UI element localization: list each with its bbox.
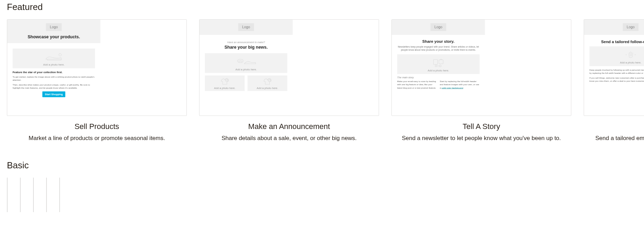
section-heading-basic: Basic [7,160,637,171]
svg-text:50%: 50% [268,79,271,81]
logo-placeholder: Logo [238,23,254,31]
photo-caption: Add a photo here. [397,69,480,72]
template-sell-products[interactable]: Logo Showcase your products. Add a photo… [7,19,187,143]
photo-caption: Add a photo here. [247,87,287,90]
svg-text:50%: 50% [225,79,228,81]
basic-template[interactable] [46,178,47,212]
basic-templates-row [7,178,637,212]
preview-text: Start by replacing the full-width header… [440,80,479,89]
preview-bold: Feature the star of your collection firs… [13,71,95,74]
svg-rect-7 [433,59,437,65]
section-heading-featured: Featured [7,2,637,12]
basic-template[interactable] [7,178,8,212]
template-desc: Send a newsletter to let people know wha… [391,134,571,143]
photo-placeholder: Add a photo here. [13,49,95,68]
preview-section-label: The main story [397,76,480,79]
link: solid color background [442,87,463,89]
svg-rect-8 [439,60,443,63]
preview-headline: Share your big news. [205,44,287,50]
logo-placeholder-block [7,193,8,207]
template-follow-up[interactable]: Logo Send a tailored follow-up email. Ad… [584,19,644,143]
cta-button: Start Shopping [42,91,65,97]
template-thumbnail: Logo Send a tailored follow-up email. Ad… [584,19,644,116]
preview-headline: Send a tailored follow-up email. [593,40,644,44]
template-title: Sell Products [7,122,187,131]
template-title: Tell A Story [391,122,571,131]
tshirt-icon: 50% [205,78,245,85]
preview-text: Then, describe what makes your product u… [13,83,95,90]
logo-placeholder: Logo [430,23,446,31]
logo-placeholder: Logo [46,23,62,31]
tshirt-icon: 50% [247,78,287,85]
preview-headline: Showcase your products. [7,34,100,39]
template-desc: Share details about a sale, event, or ot… [199,134,379,143]
preview-eyebrow: Have an announcement to make? [205,41,287,43]
notebook-bag-icon [397,58,480,68]
logo-placeholder-block [47,193,47,207]
basic-template[interactable] [20,178,21,212]
preview-headline: Share your story. [397,39,480,44]
photo-placeholder: 10% Add a photo here. [205,53,287,73]
svg-text:10%: 10% [238,60,242,62]
template-tell-a-story[interactable]: Logo Share your story. Newsletters keep … [391,19,571,143]
template-thumbnail: Logo Share your story. Newsletters keep … [391,19,571,116]
logo-placeholder-block [60,193,60,207]
svg-point-0 [59,53,61,56]
basic-template[interactable] [33,178,34,212]
svg-point-10 [439,65,441,67]
logo-placeholder-block [20,193,21,207]
wave-hand-icon [590,50,644,60]
featured-templates-row: Logo Showcase your products. Add a photo… [7,19,637,143]
logo-placeholder: Logo [623,23,638,31]
photo-placeholder: 50% Add a photo here. [205,76,245,91]
photo-caption: Add a photo here. [205,87,245,90]
photo-placeholder: Add a photo here. [397,54,480,74]
photo-caption: Add a photo here. [205,68,287,71]
photo-caption: Add a photo here. [13,63,95,66]
logo-placeholder-block [33,193,34,207]
template-thumbnail: Logo Showcase your products. Add a photo… [7,19,187,116]
template-title: Follow Up [584,122,644,131]
photo-placeholder: Add a photo here. [590,46,644,66]
template-title: Make an Announcement [199,122,379,131]
preview-text: Keep people involved by following up wit… [590,68,644,75]
basic-template[interactable] [59,178,60,212]
template-desc: Market a line of products or promote sea… [7,134,187,143]
photo-placeholder: 50% Add a photo here. [247,76,287,91]
preview-text: If you sell things, welcome new customer… [590,76,644,83]
svg-point-9 [435,65,437,67]
shoe-icon [13,52,95,62]
template-thumbnail: Logo Have an announcement to make? Share… [199,19,379,116]
template-make-announcement[interactable]: Logo Have an announcement to make? Share… [199,19,379,143]
preview-text: Make your email easy to scan by leading … [397,80,437,89]
shoe-tag-icon: 10% [205,57,287,67]
preview-sub: Newsletters keep people engaged with you… [397,45,480,52]
template-desc: Send a tailored email to people who have… [584,134,644,143]
photo-caption: Add a photo here. [590,61,644,64]
preview-text: To get started, replace the image above … [13,75,95,82]
